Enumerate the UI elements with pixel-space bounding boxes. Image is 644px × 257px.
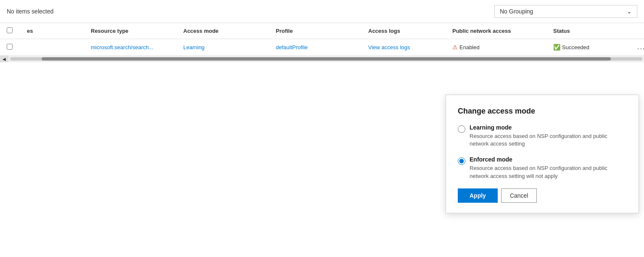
grouping-dropdown[interactable]: No Grouping ⌄ xyxy=(494,5,637,18)
scroll-left-icon: ◀ xyxy=(3,57,6,61)
learning-mode-label-group: Learning mode Resource access based on N… xyxy=(470,124,627,148)
popup-title: Change access mode xyxy=(458,107,627,116)
scroll-thumb[interactable] xyxy=(42,57,611,61)
popup-buttons: Apply Cancel xyxy=(458,188,627,203)
top-bar: No items selected No Grouping ⌄ xyxy=(0,0,644,23)
access-logs-link[interactable]: View access logs xyxy=(368,44,410,50)
learning-mode-radio[interactable] xyxy=(458,125,465,133)
row-status-cell: ✅ Succeeded xyxy=(553,44,637,50)
col-logs-header: Access logs xyxy=(368,28,452,34)
table: es Resource type Access mode Profile Acc… xyxy=(0,23,644,62)
row-logs-cell: View access logs xyxy=(368,44,452,50)
row-public-cell: ⚠ Enabled xyxy=(452,44,553,50)
public-network-value: Enabled xyxy=(459,44,480,50)
row-resource-cell: microsoft.search/search... xyxy=(91,44,183,50)
row-checkbox-cell xyxy=(7,44,24,51)
row-more-cell: ... xyxy=(637,43,644,51)
col-profile-header: Profile xyxy=(276,28,368,34)
enforced-mode-option: Enforced mode Resource access based on N… xyxy=(458,156,627,180)
row-access-cell: Learning xyxy=(183,44,276,50)
row-checkbox[interactable] xyxy=(7,44,13,50)
chevron-down-icon: ⌄ xyxy=(627,8,632,15)
resource-type-link[interactable]: microsoft.search/search... xyxy=(91,44,153,50)
table-row: microsoft.search/search... Learning defa… xyxy=(0,39,644,56)
enforced-mode-label: Enforced mode xyxy=(470,156,627,163)
scroll-left-button[interactable]: ◀ xyxy=(0,56,8,62)
cancel-button[interactable]: Cancel xyxy=(501,188,537,203)
warning-icon: ⚠ xyxy=(452,44,458,50)
more-options-button[interactable]: ... xyxy=(637,43,644,50)
success-icon: ✅ xyxy=(553,44,560,50)
enforced-mode-label-group: Enforced mode Resource access based on N… xyxy=(470,156,627,180)
table-header: es Resource type Access mode Profile Acc… xyxy=(0,23,644,39)
status-value: Succeeded xyxy=(562,44,589,50)
col-status-header: Status xyxy=(553,28,637,34)
horizontal-scrollbar[interactable]: ◀ xyxy=(0,56,644,62)
col-name-header: es xyxy=(24,28,91,34)
learning-mode-option: Learning mode Resource access based on N… xyxy=(458,124,627,148)
profile-link[interactable]: defaultProfile xyxy=(276,44,308,50)
scroll-track[interactable] xyxy=(10,57,642,61)
select-all-checkbox[interactable] xyxy=(7,27,13,33)
col-resource-header: Resource type xyxy=(91,28,183,34)
col-public-header: Public network access xyxy=(452,28,553,34)
learning-mode-label: Learning mode xyxy=(470,124,627,131)
col-check-header xyxy=(7,27,24,34)
row-profile-cell: defaultProfile xyxy=(276,44,368,50)
learning-mode-desc: Resource access based on NSP configurati… xyxy=(470,132,627,148)
enforced-mode-radio[interactable] xyxy=(458,157,465,165)
change-access-mode-panel: Change access mode Learning mode Resourc… xyxy=(446,95,639,213)
no-items-label: No items selected xyxy=(7,8,53,15)
apply-button[interactable]: Apply xyxy=(458,188,498,203)
col-access-header: Access mode xyxy=(183,28,276,34)
enforced-mode-desc: Resource access based on NSP configurati… xyxy=(470,164,627,180)
grouping-label: No Grouping xyxy=(500,8,533,15)
access-mode-link[interactable]: Learning xyxy=(183,44,205,50)
